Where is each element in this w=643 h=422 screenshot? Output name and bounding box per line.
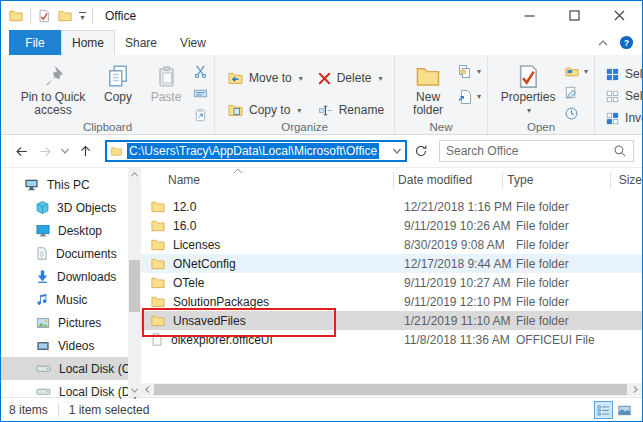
window-folder-icon [8, 8, 24, 23]
horizontal-scrollbar[interactable] [141, 383, 642, 396]
address-bar[interactable]: C:\Users\Tracy\AppData\Local\Microsoft\O… [105, 140, 407, 162]
file-row-solutionpackages[interactable]: SolutionPackages9/11/2019 12:10 PMFile f… [141, 292, 642, 311]
cut-button[interactable] [193, 62, 208, 81]
delete-button[interactable]: Delete▾ [317, 68, 384, 88]
dropdown-caret-icon: ▾ [378, 74, 382, 83]
sidebar-item-downloads[interactable]: Downloads [1, 265, 128, 288]
back-button[interactable] [9, 139, 33, 163]
move-to-label: Move to [249, 71, 292, 85]
copy-path-button[interactable] [193, 84, 208, 103]
downloads-icon [35, 269, 50, 284]
sidebar-item-local-disk-c[interactable]: Local Disk (C:) [1, 357, 128, 380]
sidebar-item-this-pc[interactable]: This PC [1, 173, 128, 196]
qat-customize-dropdown-icon[interactable]: ▾ [79, 12, 86, 20]
sidebar-item-local-disk-d[interactable]: Local Disk (D:) [1, 380, 128, 403]
sidebar-item-pictures[interactable]: Pictures [1, 311, 128, 334]
copy-button[interactable]: Copy [95, 60, 141, 105]
file-row-unsavedfiles[interactable]: UnsavedFiles1/21/2019 11:10 AMFile folde… [141, 311, 642, 330]
search-input[interactable] [446, 144, 613, 158]
properties-button[interactable]: Properties ▾ [494, 60, 562, 118]
sidebar-item-desktop[interactable]: Desktop [1, 219, 128, 242]
folder-icon [150, 199, 166, 214]
sidebar-item-label: Desktop [58, 224, 102, 238]
select-none-icon [605, 89, 620, 104]
file-name: ONetConfig [173, 257, 236, 271]
organize-group-label: Organize [215, 121, 394, 133]
help-icon[interactable]: ? [619, 35, 634, 50]
address-dropdown-icon[interactable] [392, 147, 402, 155]
tab-home[interactable]: Home [61, 30, 115, 55]
file-row-olkexplorer-officeui[interactable]: olkexplorer.officeUI11/8/2018 11:36 AMOF… [141, 330, 642, 349]
new-folder-button[interactable]: New folder [401, 60, 455, 118]
cube-icon [35, 200, 50, 215]
qat-properties-icon[interactable] [37, 9, 51, 23]
column-header-size[interactable]: Size [611, 172, 642, 189]
column-header-date-modified[interactable]: Date modified [394, 172, 503, 189]
scroll-right-icon[interactable] [629, 383, 642, 396]
folder-icon [150, 313, 166, 328]
column-header-name[interactable]: Name [150, 172, 394, 189]
paste-icon [155, 61, 178, 91]
details-view-button[interactable] [594, 401, 613, 419]
minimize-button[interactable] [507, 1, 552, 30]
scroll-down-icon[interactable] [130, 384, 139, 397]
clipboard-group-label: Clipboard [1, 121, 214, 133]
minimize-ribbon-icon[interactable] [597, 38, 609, 47]
file-row-12-0[interactable]: 12.012/21/2018 1:16 PMFile folder [141, 197, 642, 216]
thumbnails-view-button[interactable] [615, 401, 634, 419]
dropdown-caret-icon: ▾ [584, 67, 588, 76]
rename-button[interactable]: Rename [317, 100, 384, 120]
refresh-button[interactable] [409, 139, 433, 163]
pin-to-quick-access-button[interactable]: Pin to Quick access [11, 60, 95, 118]
file-icon [150, 332, 164, 347]
sidebar-item-videos[interactable]: Videos [1, 334, 128, 357]
search-icon[interactable] [613, 144, 627, 158]
sidebar-scrollbar[interactable] [128, 168, 141, 397]
column-header-type[interactable]: Type [503, 172, 610, 189]
paste-button[interactable]: Paste [141, 60, 191, 105]
move-to-icon [227, 70, 244, 86]
file-row-otele[interactable]: OTele9/11/2019 10:27 AMFile folder [141, 273, 642, 292]
file-date-modified: 9/11/2019 12:10 PM [400, 295, 512, 309]
qat-new-folder-icon[interactable] [57, 8, 73, 23]
edit-button[interactable] [564, 83, 588, 102]
sidebar-item-3d-objects[interactable]: 3D Objects [1, 196, 128, 219]
file-type: File folder [512, 295, 622, 309]
select-all-button[interactable]: Select all [605, 64, 643, 84]
new-folder-label: New folder [404, 91, 452, 117]
scroll-up-icon[interactable] [130, 168, 139, 181]
open-button[interactable]: ▾ [564, 62, 588, 81]
file-name: UnsavedFiles [173, 314, 246, 328]
cut-icon [193, 64, 208, 79]
status-divider [58, 403, 59, 417]
forward-button[interactable] [33, 139, 57, 163]
tab-view[interactable]: View [167, 30, 219, 55]
maximize-button[interactable] [552, 1, 597, 30]
copy-to-button[interactable]: Copy to▾ [227, 100, 303, 120]
move-to-button[interactable]: Move to▾ [227, 68, 303, 88]
file-row-16-0[interactable]: 16.09/11/2019 10:26 AMFile folder [141, 216, 642, 235]
new-item-button[interactable]: ▾ [457, 62, 481, 81]
copy-label: Copy [104, 91, 132, 104]
recent-locations-dropdown-icon[interactable] [57, 139, 73, 163]
address-path-text[interactable]: C:\Users\Tracy\AppData\Local\Microsoft\O… [127, 143, 379, 159]
sidebar-item-music[interactable]: Music [1, 288, 128, 311]
select-none-button[interactable]: Select none [605, 86, 643, 106]
file-row-licenses[interactable]: Licenses8/30/2019 9:08 AMFile folder [141, 235, 642, 254]
horizontal-scrollbar-thumb[interactable] [154, 384, 627, 395]
tab-file[interactable]: File [9, 30, 61, 55]
sidebar-scrollbar-thumb[interactable] [129, 260, 140, 312]
file-row-onetconfig[interactable]: ONetConfig12/17/2018 9:44 AMFile folder [141, 254, 642, 273]
easy-access-button[interactable]: ▾ [457, 87, 481, 106]
tab-share[interactable]: Share [115, 30, 167, 55]
disk-icon [35, 384, 52, 399]
search-box[interactable] [439, 140, 634, 162]
dropdown-caret-icon: ▾ [477, 67, 481, 76]
scroll-left-icon[interactable] [141, 383, 154, 396]
sidebar-item-documents[interactable]: Documents [1, 242, 128, 265]
file-type: File folder [512, 257, 622, 271]
properties-label: Properties [501, 91, 556, 104]
ribbon-group-new: New folder ▾ ▾ New [395, 55, 488, 134]
up-button[interactable] [73, 139, 97, 163]
close-button[interactable] [597, 1, 642, 30]
